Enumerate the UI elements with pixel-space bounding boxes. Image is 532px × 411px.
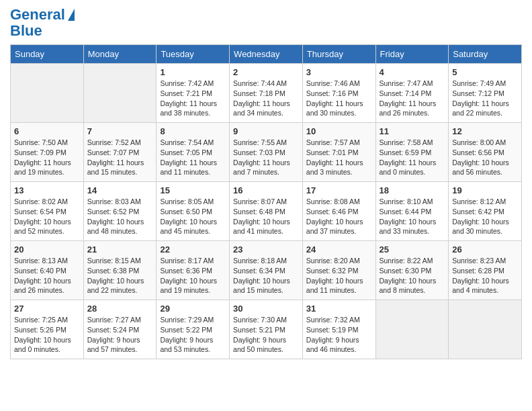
day-number: 3 <box>306 67 372 77</box>
cell-info: Sunrise: 7:52 AMSunset: 7:07 PMDaylight:… <box>87 138 153 177</box>
calendar-cell: 24Sunrise: 8:20 AMSunset: 6:32 PMDayligh… <box>302 241 375 300</box>
cell-info: Sunrise: 8:15 AMSunset: 6:38 PMDaylight:… <box>87 256 153 295</box>
day-number: 15 <box>160 185 226 195</box>
day-header-thursday: Thursday <box>302 45 375 64</box>
day-number: 8 <box>160 126 226 136</box>
calendar-cell: 3Sunrise: 7:46 AMSunset: 7:16 PMDaylight… <box>302 64 375 123</box>
logo: General Blue <box>10 7 75 39</box>
logo-blue-text: Blue <box>10 22 42 39</box>
calendar-week-row: 13Sunrise: 8:02 AMSunset: 6:54 PMDayligh… <box>11 182 522 241</box>
calendar-week-row: 6Sunrise: 7:50 AMSunset: 7:09 PMDaylight… <box>11 123 522 182</box>
day-number: 17 <box>306 185 372 195</box>
day-number: 29 <box>160 304 226 314</box>
cell-info: Sunrise: 8:08 AMSunset: 6:46 PMDaylight:… <box>306 197 372 236</box>
day-number: 11 <box>380 126 445 136</box>
day-number: 16 <box>233 185 299 195</box>
cell-info: Sunrise: 7:42 AMSunset: 7:21 PMDaylight:… <box>160 79 226 118</box>
cell-info: Sunrise: 8:22 AMSunset: 6:30 PMDaylight:… <box>380 256 445 295</box>
cell-info: Sunrise: 7:47 AMSunset: 7:14 PMDaylight:… <box>380 79 445 118</box>
day-number: 30 <box>233 304 299 314</box>
cell-info: Sunrise: 7:46 AMSunset: 7:16 PMDaylight:… <box>306 79 372 118</box>
calendar-cell: 30Sunrise: 7:30 AMSunset: 5:21 PMDayligh… <box>230 300 303 359</box>
day-number: 6 <box>14 126 80 136</box>
cell-info: Sunrise: 8:17 AMSunset: 6:36 PMDaylight:… <box>160 256 226 295</box>
calendar-cell <box>375 300 449 359</box>
day-header-saturday: Saturday <box>449 45 522 64</box>
day-number: 31 <box>306 304 372 314</box>
calendar-cell: 22Sunrise: 8:17 AMSunset: 6:36 PMDayligh… <box>157 241 230 300</box>
cell-info: Sunrise: 7:29 AMSunset: 5:22 PMDaylight:… <box>160 315 226 355</box>
calendar-cell: 9Sunrise: 7:55 AMSunset: 7:03 PMDaylight… <box>230 123 303 182</box>
cell-info: Sunrise: 7:44 AMSunset: 7:18 PMDaylight:… <box>233 79 299 118</box>
day-number: 20 <box>14 244 80 255</box>
calendar-cell: 21Sunrise: 8:15 AMSunset: 6:38 PMDayligh… <box>83 241 157 300</box>
day-number: 26 <box>452 244 518 255</box>
day-number: 23 <box>233 244 299 255</box>
day-number: 24 <box>306 244 372 255</box>
day-number: 19 <box>452 185 518 195</box>
calendar-week-row: 27Sunrise: 7:25 AMSunset: 5:26 PMDayligh… <box>11 300 522 359</box>
day-header-monday: Monday <box>83 45 157 64</box>
calendar-cell: 14Sunrise: 8:03 AMSunset: 6:52 PMDayligh… <box>83 182 157 241</box>
cell-info: Sunrise: 8:10 AMSunset: 6:44 PMDaylight:… <box>380 197 445 236</box>
calendar-cell: 23Sunrise: 8:18 AMSunset: 6:34 PMDayligh… <box>230 241 303 300</box>
calendar-cell: 18Sunrise: 8:10 AMSunset: 6:44 PMDayligh… <box>375 182 449 241</box>
calendar-cell: 5Sunrise: 7:49 AMSunset: 7:12 PMDaylight… <box>449 64 522 123</box>
calendar-header-row: SundayMondayTuesdayWednesdayThursdayFrid… <box>11 45 522 64</box>
calendar-table: SundayMondayTuesdayWednesdayThursdayFrid… <box>10 44 522 359</box>
day-number: 22 <box>160 244 226 255</box>
calendar-cell: 11Sunrise: 7:58 AMSunset: 6:59 PMDayligh… <box>375 123 449 182</box>
calendar-cell <box>449 300 522 359</box>
calendar-cell <box>83 64 157 123</box>
logo-text: General <box>10 7 65 23</box>
day-number: 4 <box>380 67 445 77</box>
page-header: General Blue <box>10 7 522 39</box>
cell-info: Sunrise: 7:30 AMSunset: 5:21 PMDaylight:… <box>233 315 299 355</box>
cell-info: Sunrise: 7:50 AMSunset: 7:09 PMDaylight:… <box>14 138 80 177</box>
cell-info: Sunrise: 7:57 AMSunset: 7:01 PMDaylight:… <box>306 138 372 177</box>
cell-info: Sunrise: 7:49 AMSunset: 7:12 PMDaylight:… <box>452 79 518 118</box>
calendar-cell: 1Sunrise: 7:42 AMSunset: 7:21 PMDaylight… <box>157 64 230 123</box>
calendar-cell: 20Sunrise: 8:13 AMSunset: 6:40 PMDayligh… <box>11 241 84 300</box>
calendar-cell: 29Sunrise: 7:29 AMSunset: 5:22 PMDayligh… <box>157 300 230 359</box>
calendar-cell: 8Sunrise: 7:54 AMSunset: 7:05 PMDaylight… <box>157 123 230 182</box>
day-number: 21 <box>87 244 153 255</box>
cell-info: Sunrise: 8:12 AMSunset: 6:42 PMDaylight:… <box>452 197 518 236</box>
calendar-cell: 16Sunrise: 8:07 AMSunset: 6:48 PMDayligh… <box>230 182 303 241</box>
day-number: 25 <box>380 244 445 255</box>
day-number: 18 <box>380 185 445 195</box>
cell-info: Sunrise: 8:02 AMSunset: 6:54 PMDaylight:… <box>14 197 80 236</box>
day-number: 7 <box>87 126 153 136</box>
calendar-cell: 27Sunrise: 7:25 AMSunset: 5:26 PMDayligh… <box>11 300 84 359</box>
calendar-week-row: 1Sunrise: 7:42 AMSunset: 7:21 PMDaylight… <box>11 64 522 123</box>
calendar-cell: 26Sunrise: 8:23 AMSunset: 6:28 PMDayligh… <box>449 241 522 300</box>
cell-info: Sunrise: 8:03 AMSunset: 6:52 PMDaylight:… <box>87 197 153 236</box>
cell-info: Sunrise: 8:13 AMSunset: 6:40 PMDaylight:… <box>14 256 80 295</box>
day-number: 10 <box>306 126 372 136</box>
day-header-friday: Friday <box>375 45 449 64</box>
calendar-week-row: 20Sunrise: 8:13 AMSunset: 6:40 PMDayligh… <box>11 241 522 300</box>
calendar-cell: 13Sunrise: 8:02 AMSunset: 6:54 PMDayligh… <box>11 182 84 241</box>
calendar-cell: 31Sunrise: 7:32 AMSunset: 5:19 PMDayligh… <box>302 300 375 359</box>
cell-info: Sunrise: 8:05 AMSunset: 6:50 PMDaylight:… <box>160 197 226 236</box>
cell-info: Sunrise: 8:20 AMSunset: 6:32 PMDaylight:… <box>306 256 372 295</box>
calendar-cell <box>11 64 84 123</box>
calendar-cell: 10Sunrise: 7:57 AMSunset: 7:01 PMDayligh… <box>302 123 375 182</box>
calendar-cell: 2Sunrise: 7:44 AMSunset: 7:18 PMDaylight… <box>230 64 303 123</box>
day-number: 5 <box>452 67 518 77</box>
day-header-tuesday: Tuesday <box>157 45 230 64</box>
cell-info: Sunrise: 7:25 AMSunset: 5:26 PMDaylight:… <box>14 315 80 355</box>
day-number: 27 <box>14 304 80 314</box>
calendar-cell: 28Sunrise: 7:27 AMSunset: 5:24 PMDayligh… <box>83 300 157 359</box>
logo-triangle-icon <box>68 9 75 21</box>
day-header-wednesday: Wednesday <box>230 45 303 64</box>
cell-info: Sunrise: 8:00 AMSunset: 6:56 PMDaylight:… <box>452 138 518 177</box>
calendar-cell: 7Sunrise: 7:52 AMSunset: 7:07 PMDaylight… <box>83 123 157 182</box>
day-number: 28 <box>87 304 153 314</box>
calendar-cell: 19Sunrise: 8:12 AMSunset: 6:42 PMDayligh… <box>449 182 522 241</box>
cell-info: Sunrise: 8:18 AMSunset: 6:34 PMDaylight:… <box>233 256 299 295</box>
day-number: 12 <box>452 126 518 136</box>
calendar-cell: 4Sunrise: 7:47 AMSunset: 7:14 PMDaylight… <box>375 64 449 123</box>
day-number: 14 <box>87 185 153 195</box>
cell-info: Sunrise: 8:23 AMSunset: 6:28 PMDaylight:… <box>452 256 518 295</box>
